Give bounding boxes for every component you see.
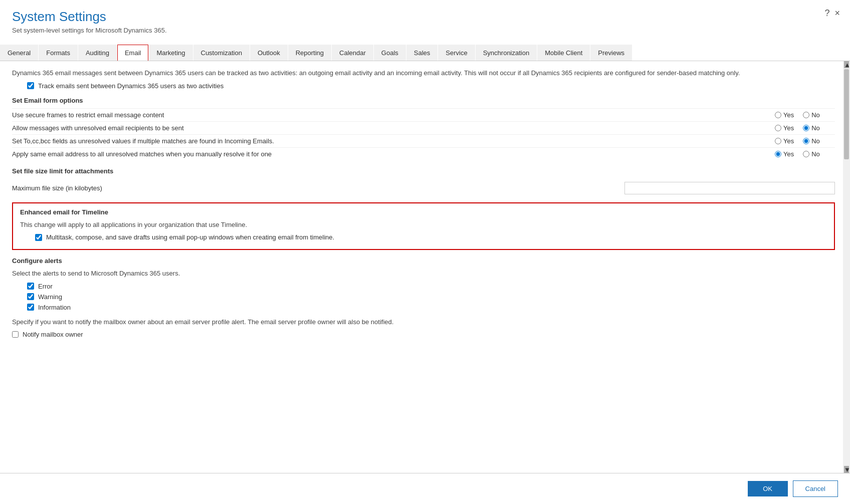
enhanced-email-checkbox-row: Multitask, compose, and save drafts usin… (35, 233, 827, 241)
warning-label[interactable]: Warning (38, 293, 62, 301)
tab-goals[interactable]: Goals (374, 45, 406, 61)
system-settings-dialog: System Settings Set system-level setting… (0, 0, 850, 504)
setting-label-unresolved-recipients: Allow messages with unresolved email rec… (12, 124, 775, 132)
dialog-footer: OK Cancel (0, 473, 850, 504)
dialog-header: System Settings Set system-level setting… (0, 0, 850, 39)
setting-label-to-cc-bcc: Set To,cc,bcc fields as unresolved value… (12, 137, 775, 145)
radio-no-to-cc-bcc[interactable]: No (803, 137, 820, 145)
tab-auditing[interactable]: Auditing (78, 45, 117, 61)
track-emails-row: Track emails sent between Dynamics 365 u… (27, 82, 835, 90)
configure-alerts-description: Select the alerts to send to Microsoft D… (12, 269, 835, 279)
file-size-label: Maximum file size (in kilobytes) (12, 184, 624, 192)
radio-no-unresolved[interactable]: No (803, 124, 820, 132)
scrollbar[interactable]: ▲ ▼ (843, 61, 850, 473)
tab-service[interactable]: Service (438, 45, 475, 61)
file-size-input[interactable]: 5,120 (624, 182, 835, 194)
dialog-controls: ? × (824, 8, 840, 19)
tab-synchronization[interactable]: Synchronization (476, 45, 537, 61)
tabs-container: General Formats Auditing Email Marketing… (0, 44, 850, 61)
error-checkbox[interactable] (27, 283, 34, 290)
dialog-title: System Settings (12, 9, 838, 25)
enhanced-email-section: Enhanced email for Timeline This change … (12, 202, 835, 250)
notify-row: Notify mailbox owner (12, 331, 835, 338)
setting-row-unresolved-recipients: Allow messages with unresolved email rec… (12, 121, 835, 134)
track-emails-label[interactable]: Track emails sent between Dynamics 365 u… (38, 82, 224, 90)
radio-yes-to-cc-bcc[interactable]: Yes (775, 137, 794, 145)
tab-outlook[interactable]: Outlook (250, 45, 288, 61)
enhanced-email-heading: Enhanced email for Timeline (20, 208, 827, 216)
content-area: Dynamics 365 email messages sent between… (0, 61, 850, 346)
tab-calendar[interactable]: Calendar (332, 45, 373, 61)
error-label[interactable]: Error (38, 283, 53, 290)
cancel-button[interactable]: Cancel (793, 480, 838, 497)
scrollbar-thumb[interactable] (844, 69, 849, 159)
setting-label-apply-same-email: Apply same email address to all unresolv… (12, 150, 775, 158)
information-checkbox[interactable] (27, 304, 34, 311)
scrollbar-up-arrow[interactable]: ▲ (844, 61, 849, 68)
setting-label-secure-frames: Use secure frames to restrict email mess… (12, 111, 775, 119)
track-emails-checkbox[interactable] (27, 82, 34, 89)
warning-checkbox[interactable] (27, 293, 34, 300)
notify-description: Specify if you want to notify the mailbo… (12, 317, 835, 327)
information-checkbox-row: Information (27, 304, 835, 311)
radio-apply-same-email: Yes No (775, 150, 835, 158)
tab-general[interactable]: General (0, 45, 38, 61)
tracking-description: Dynamics 365 email messages sent between… (12, 68, 835, 78)
help-icon[interactable]: ? (824, 8, 829, 19)
setting-row-secure-frames: Use secure frames to restrict email mess… (12, 108, 835, 121)
tab-mobile-client[interactable]: Mobile Client (537, 45, 590, 61)
setting-row-apply-same-email: Apply same email address to all unresolv… (12, 147, 835, 160)
radio-no-secure-frames[interactable]: No (803, 111, 820, 119)
setting-row-to-cc-bcc: Set To,cc,bcc fields as unresolved value… (12, 134, 835, 147)
tab-customization[interactable]: Customization (193, 45, 250, 61)
email-form-heading: Set Email form options (12, 97, 835, 104)
scrollbar-down-arrow[interactable]: ▼ (844, 466, 849, 473)
radio-unresolved-recipients: Yes No (775, 124, 835, 132)
radio-yes-secure-frames[interactable]: Yes (775, 111, 794, 119)
radio-to-cc-bcc: Yes No (775, 137, 835, 145)
tab-marketing[interactable]: Marketing (149, 45, 192, 61)
information-label[interactable]: Information (38, 304, 71, 311)
tab-sales[interactable]: Sales (406, 45, 438, 61)
tab-previews[interactable]: Previews (590, 45, 632, 61)
dialog-subtitle: Set system-level settings for Microsoft … (12, 27, 838, 34)
file-size-heading: Set file size limit for attachments (12, 167, 835, 175)
close-icon[interactable]: × (834, 8, 840, 19)
configure-alerts-section: Configure alerts Select the alerts to se… (12, 257, 835, 311)
enhanced-email-checkbox-label[interactable]: Multitask, compose, and save drafts usin… (46, 233, 334, 241)
radio-yes-unresolved[interactable]: Yes (775, 124, 794, 132)
configure-alerts-heading: Configure alerts (12, 257, 835, 265)
tab-formats[interactable]: Formats (39, 45, 78, 61)
file-size-row: Maximum file size (in kilobytes) 5,120 (12, 179, 835, 197)
enhanced-email-description: This change will apply to all applicatio… (20, 220, 827, 230)
radio-secure-frames: Yes No (775, 111, 835, 119)
enhanced-email-checkbox[interactable] (35, 234, 42, 241)
ok-button[interactable]: OK (748, 481, 788, 496)
radio-yes-apply-same[interactable]: Yes (775, 150, 794, 158)
notify-owner-label[interactable]: Notify mailbox owner (23, 331, 83, 338)
error-checkbox-row: Error (27, 283, 835, 290)
tab-email[interactable]: Email (117, 45, 149, 61)
radio-no-apply-same[interactable]: No (803, 150, 820, 158)
tab-reporting[interactable]: Reporting (288, 45, 331, 61)
warning-checkbox-row: Warning (27, 293, 835, 301)
notify-owner-checkbox[interactable] (12, 331, 19, 338)
